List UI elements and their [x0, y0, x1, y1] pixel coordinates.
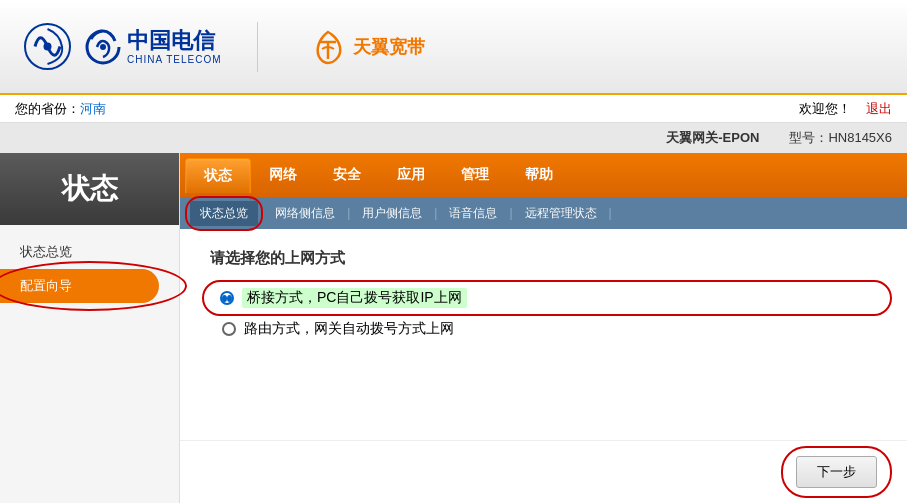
sidebar-item-status[interactable]: 状态总览 — [0, 235, 179, 269]
next-button[interactable]: 下一步 — [796, 456, 877, 488]
sub-tab-divider-2: | — [347, 206, 350, 220]
logo-divider — [257, 22, 258, 72]
next-button-wrapper: 下一步 — [796, 456, 877, 488]
telecom-icon — [20, 19, 75, 74]
gateway-name: 天翼网关-EPON — [666, 129, 759, 147]
radio-label-router: 路由方式，网关自动拨号方式上网 — [244, 320, 454, 338]
tianyi-logo: 天翼宽带 — [308, 27, 425, 67]
info-bar: 您的省份：河南 欢迎您！ 退出 — [0, 95, 907, 123]
sidebar-item-wizard[interactable]: 配置向导 — [0, 269, 159, 303]
sub-tab-divider-1: | — [260, 206, 263, 220]
radio-option-router[interactable]: 路由方式，网关自动拨号方式上网 — [222, 320, 877, 338]
nav-tab-status[interactable]: 状态 — [185, 158, 251, 193]
svg-point-0 — [44, 43, 52, 51]
button-area: 下一步 — [180, 440, 907, 503]
sub-tab-voice[interactable]: 语音信息 — [439, 201, 507, 226]
tianyi-icon — [308, 27, 348, 67]
logo-cn-text: 中国电信 — [127, 28, 222, 54]
radio-dot-bridge — [222, 295, 227, 302]
province-info: 您的省份：河南 — [15, 100, 106, 118]
sub-tab-user-side[interactable]: 用户侧信息 — [352, 201, 432, 226]
radio-option-bridge-wrapper: 桥接方式，PC自己拨号获取IP上网 — [220, 288, 877, 308]
sub-tab-overview-wrapper: 状态总览 — [190, 201, 258, 226]
province-value: 河南 — [80, 101, 106, 116]
radio-label-bridge: 桥接方式，PC自己拨号获取IP上网 — [242, 288, 467, 308]
right-info: 欢迎您！ 退出 — [799, 100, 892, 118]
sub-tab-overview[interactable]: 状态总览 — [190, 201, 258, 226]
logo-en-text: CHINA TELECOM — [127, 54, 222, 65]
nav-tab-security[interactable]: 安全 — [315, 158, 379, 192]
content-area: 状态 网络 安全 应用 管理 帮助 状态总览 | 网络侧信息 | 用户侧信息 |… — [180, 153, 907, 503]
nav-tab-apps[interactable]: 应用 — [379, 158, 443, 192]
china-telecom-logo: 中国电信 CHINA TELECOM — [20, 19, 222, 74]
page-content: 请选择您的上网方式 桥接方式，PC自己拨号获取IP上网 路由方式，网关自动拨号方… — [180, 229, 907, 440]
header: 中国电信 CHINA TELECOM 天翼宽带 — [0, 0, 907, 95]
nav-tab-manage[interactable]: 管理 — [443, 158, 507, 192]
sidebar-nav: 状态总览 配置向导 — [0, 225, 179, 313]
main-layout: 状态 状态总览 配置向导 状态 网络 安全 应用 管理 帮助 状态总览 — [0, 153, 907, 503]
radio-button-bridge[interactable] — [220, 291, 234, 305]
tianyi-text: 天翼宽带 — [353, 35, 425, 59]
sidebar-item-wizard-wrapper: 配置向导 — [0, 269, 169, 303]
sub-tab-divider-5: | — [609, 206, 612, 220]
telecom-symbol — [83, 27, 123, 67]
logo-area: 中国电信 CHINA TELECOM 天翼宽带 — [20, 19, 425, 74]
gateway-bar: 天翼网关-EPON 型号：HN8145X6 — [0, 123, 907, 153]
nav-tab-help[interactable]: 帮助 — [507, 158, 571, 192]
radio-options: 桥接方式，PC自己拨号获取IP上网 路由方式，网关自动拨号方式上网 — [220, 288, 877, 338]
welcome-text: 欢迎您！ — [799, 100, 851, 118]
model-info: 型号：HN8145X6 — [789, 129, 892, 147]
nav-tab-network[interactable]: 网络 — [251, 158, 315, 192]
sub-tab-network-side[interactable]: 网络侧信息 — [265, 201, 345, 226]
telecom-text-logo: 中国电信 CHINA TELECOM — [83, 27, 222, 67]
sidebar: 状态 状态总览 配置向导 — [0, 153, 180, 503]
section-title: 请选择您的上网方式 — [210, 249, 877, 268]
sub-tab-divider-3: | — [434, 206, 437, 220]
nav-tabs: 状态 网络 安全 应用 管理 帮助 — [180, 153, 907, 197]
sidebar-title: 状态 — [0, 153, 179, 225]
svg-point-1 — [100, 44, 106, 50]
radio-button-router[interactable] — [222, 322, 236, 336]
sub-tab-remote[interactable]: 远程管理状态 — [515, 201, 607, 226]
sub-tabs: 状态总览 | 网络侧信息 | 用户侧信息 | 语音信息 | 远程管理状态 | — [180, 197, 907, 229]
province-label: 您的省份： — [15, 101, 80, 116]
sub-tab-divider-4: | — [509, 206, 512, 220]
logout-button[interactable]: 退出 — [866, 100, 892, 118]
